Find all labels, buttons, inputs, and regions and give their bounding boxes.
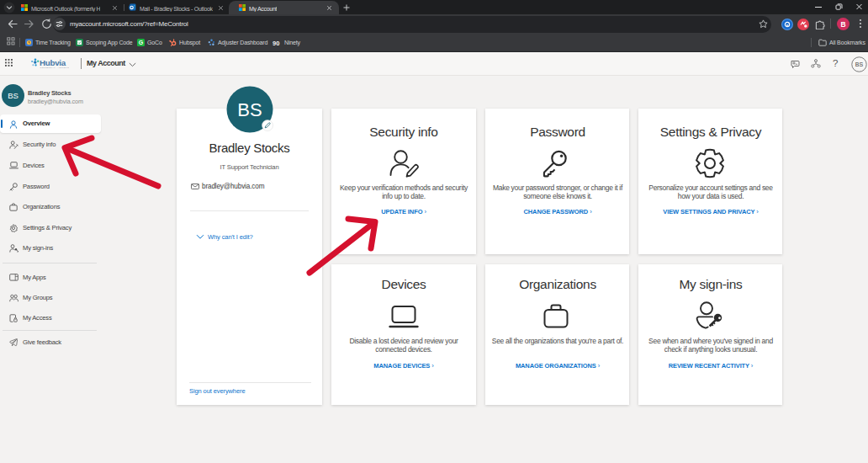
svg-text:BS: BS <box>237 99 262 120</box>
svg-text:COMMERCIAL · ADJUSTING · SOLUT: COMMERCIAL · ADJUSTING · SOLUTIONS <box>40 67 70 68</box>
svg-text:90: 90 <box>273 40 279 47</box>
svg-text:B: B <box>840 20 845 29</box>
svg-text:BS: BS <box>855 61 864 67</box>
svg-text:G: G <box>139 40 144 45</box>
svg-text:BS: BS <box>8 91 19 100</box>
